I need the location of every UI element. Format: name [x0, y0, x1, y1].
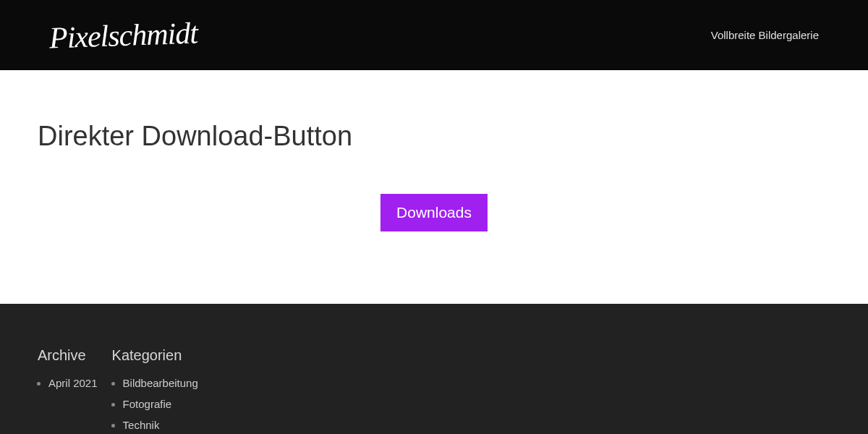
site-header: Pixelschmidt Vollbreite Bildergalerie: [0, 0, 868, 70]
download-button[interactable]: Downloads: [380, 194, 488, 231]
footer-categories-column: Kategorien Bildbearbeitung Fotografie Te…: [112, 347, 198, 434]
main-content: Direkter Download-Button Downloads: [0, 70, 868, 304]
categories-heading: Kategorien: [112, 347, 198, 364]
archive-item[interactable]: April 2021: [48, 377, 98, 389]
category-item[interactable]: Bildbearbeitung: [123, 377, 198, 389]
archive-heading: Archive: [38, 347, 98, 364]
nav-link-gallery[interactable]: Vollbreite Bildergalerie: [711, 29, 819, 41]
site-logo[interactable]: Pixelschmidt: [48, 15, 197, 55]
archive-list: April 2021: [38, 377, 98, 389]
categories-list: Bildbearbeitung Fotografie Technik Webde…: [112, 377, 198, 434]
category-item[interactable]: Fotografie: [123, 398, 198, 410]
page-title: Direkter Download-Button: [38, 121, 830, 152]
category-item[interactable]: Technik: [123, 419, 198, 431]
footer-archive-column: Archive April 2021: [38, 347, 98, 434]
site-footer: Archive April 2021 Kategorien Bildbearbe…: [0, 304, 868, 434]
button-wrapper: Downloads: [38, 194, 830, 231]
